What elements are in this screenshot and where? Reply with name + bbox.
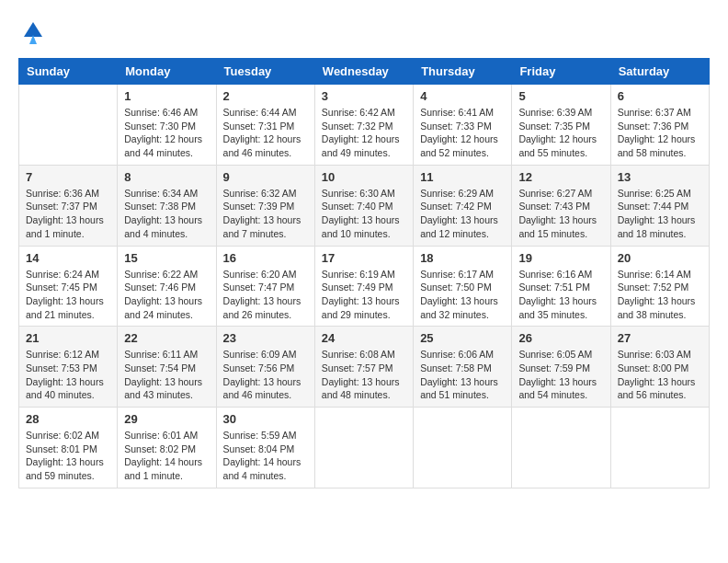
day-info: Sunrise: 6:32 AMSunset: 7:39 PMDaylight:…	[223, 187, 308, 241]
day-info: Sunrise: 6:20 AMSunset: 7:47 PMDaylight:…	[223, 268, 308, 322]
calendar-cell: 15Sunrise: 6:22 AMSunset: 7:46 PMDayligh…	[118, 246, 216, 327]
day-info: Sunrise: 6:34 AMSunset: 7:38 PMDaylight:…	[124, 187, 209, 241]
day-info: Sunrise: 6:05 AMSunset: 7:59 PMDaylight:…	[518, 348, 603, 402]
day-info: Sunrise: 6:42 AMSunset: 7:32 PMDaylight:…	[322, 106, 406, 160]
day-number: 19	[518, 251, 603, 265]
day-number: 13	[618, 170, 702, 184]
day-info: Sunrise: 6:46 AMSunset: 7:30 PMDaylight:…	[124, 106, 209, 160]
day-info: Sunrise: 5:59 AMSunset: 8:04 PMDaylight:…	[223, 429, 308, 483]
calendar-cell: 6Sunrise: 6:37 AMSunset: 7:36 PMDaylight…	[610, 85, 709, 166]
weekday-header-tuesday: Tuesday	[216, 59, 314, 85]
calendar-cell: 22Sunrise: 6:11 AMSunset: 7:54 PMDayligh…	[118, 327, 216, 408]
day-info: Sunrise: 6:11 AMSunset: 7:54 PMDaylight:…	[124, 348, 209, 402]
weekday-header-saturday: Saturday	[610, 59, 709, 85]
day-info: Sunrise: 6:29 AMSunset: 7:42 PMDaylight:…	[420, 187, 505, 241]
svg-marker-0	[24, 22, 42, 37]
calendar-cell: 9Sunrise: 6:32 AMSunset: 7:39 PMDaylight…	[216, 165, 314, 246]
day-info: Sunrise: 6:41 AMSunset: 7:33 PMDaylight:…	[420, 106, 505, 160]
day-number: 2	[223, 89, 308, 103]
day-info: Sunrise: 6:01 AMSunset: 8:02 PMDaylight:…	[124, 429, 209, 483]
calendar-cell: 26Sunrise: 6:05 AMSunset: 7:59 PMDayligh…	[512, 327, 610, 408]
day-info: Sunrise: 6:03 AMSunset: 8:00 PMDaylight:…	[618, 348, 702, 402]
calendar-cell: 4Sunrise: 6:41 AMSunset: 7:33 PMDaylight…	[414, 85, 512, 166]
day-number: 9	[223, 170, 308, 184]
day-number: 28	[26, 412, 110, 426]
calendar-cell: 14Sunrise: 6:24 AMSunset: 7:45 PMDayligh…	[19, 246, 118, 327]
day-info: Sunrise: 6:12 AMSunset: 7:53 PMDaylight:…	[26, 348, 110, 402]
calendar-cell: 19Sunrise: 6:16 AMSunset: 7:51 PMDayligh…	[512, 246, 610, 327]
calendar-cell: 13Sunrise: 6:25 AMSunset: 7:44 PMDayligh…	[610, 165, 709, 246]
day-number: 22	[124, 331, 209, 345]
calendar-cell: 11Sunrise: 6:29 AMSunset: 7:42 PMDayligh…	[414, 165, 512, 246]
calendar-cell: 27Sunrise: 6:03 AMSunset: 8:00 PMDayligh…	[610, 327, 709, 408]
calendar-cell: 28Sunrise: 6:02 AMSunset: 8:01 PMDayligh…	[19, 408, 118, 488]
day-info: Sunrise: 6:19 AMSunset: 7:49 PMDaylight:…	[322, 268, 406, 322]
day-number: 17	[322, 251, 406, 265]
day-number: 1	[124, 89, 209, 103]
day-number: 25	[420, 331, 505, 345]
weekday-header-thursday: Thursday	[414, 59, 512, 85]
calendar-week-row: 1Sunrise: 6:46 AMSunset: 7:30 PMDaylight…	[19, 85, 710, 166]
day-info: Sunrise: 6:36 AMSunset: 7:37 PMDaylight:…	[26, 187, 110, 241]
calendar-cell: 16Sunrise: 6:20 AMSunset: 7:47 PMDayligh…	[216, 246, 314, 327]
calendar-cell: 18Sunrise: 6:17 AMSunset: 7:50 PMDayligh…	[414, 246, 512, 327]
day-info: Sunrise: 6:24 AMSunset: 7:45 PMDaylight:…	[26, 268, 110, 322]
day-number: 7	[26, 170, 110, 184]
calendar-cell	[19, 85, 118, 166]
day-info: Sunrise: 6:39 AMSunset: 7:35 PMDaylight:…	[518, 106, 603, 160]
calendar-cell	[414, 408, 512, 488]
calendar-cell: 5Sunrise: 6:39 AMSunset: 7:35 PMDaylight…	[512, 85, 610, 166]
calendar-table: SundayMondayTuesdayWednesdayThursdayFrid…	[18, 58, 710, 488]
day-info: Sunrise: 6:02 AMSunset: 8:01 PMDaylight:…	[26, 429, 110, 483]
day-info: Sunrise: 6:08 AMSunset: 7:57 PMDaylight:…	[322, 348, 406, 402]
day-number: 27	[618, 331, 702, 345]
calendar-cell: 20Sunrise: 6:14 AMSunset: 7:52 PMDayligh…	[610, 246, 709, 327]
day-number: 30	[223, 412, 308, 426]
calendar-cell: 12Sunrise: 6:27 AMSunset: 7:43 PMDayligh…	[512, 165, 610, 246]
day-number: 20	[618, 251, 702, 265]
weekday-header-monday: Monday	[118, 59, 216, 85]
calendar-cell: 17Sunrise: 6:19 AMSunset: 7:49 PMDayligh…	[314, 246, 413, 327]
day-number: 29	[124, 412, 209, 426]
day-number: 4	[420, 89, 505, 103]
calendar-cell: 1Sunrise: 6:46 AMSunset: 7:30 PMDaylight…	[118, 85, 216, 166]
calendar-cell	[512, 408, 610, 488]
calendar-week-row: 7Sunrise: 6:36 AMSunset: 7:37 PMDaylight…	[19, 165, 710, 246]
calendar-cell	[314, 408, 413, 488]
day-info: Sunrise: 6:25 AMSunset: 7:44 PMDaylight:…	[618, 187, 702, 241]
day-info: Sunrise: 6:06 AMSunset: 7:58 PMDaylight:…	[420, 348, 505, 402]
calendar-cell: 7Sunrise: 6:36 AMSunset: 7:37 PMDaylight…	[19, 165, 118, 246]
weekday-header-row: SundayMondayTuesdayWednesdayThursdayFrid…	[19, 59, 710, 85]
calendar-week-row: 28Sunrise: 6:02 AMSunset: 8:01 PMDayligh…	[19, 408, 710, 488]
day-number: 10	[322, 170, 406, 184]
calendar-cell: 29Sunrise: 6:01 AMSunset: 8:02 PMDayligh…	[118, 408, 216, 488]
day-number: 15	[124, 251, 209, 265]
day-number: 3	[322, 89, 406, 103]
day-info: Sunrise: 6:27 AMSunset: 7:43 PMDaylight:…	[518, 187, 603, 241]
weekday-header-sunday: Sunday	[19, 59, 118, 85]
calendar-cell: 25Sunrise: 6:06 AMSunset: 7:58 PMDayligh…	[414, 327, 512, 408]
calendar-cell: 24Sunrise: 6:08 AMSunset: 7:57 PMDayligh…	[314, 327, 413, 408]
calendar-cell: 23Sunrise: 6:09 AMSunset: 7:56 PMDayligh…	[216, 327, 314, 408]
day-number: 12	[518, 170, 603, 184]
page-header	[18, 18, 710, 49]
day-number: 21	[26, 331, 110, 345]
day-info: Sunrise: 6:09 AMSunset: 7:56 PMDaylight:…	[223, 348, 308, 402]
day-number: 5	[518, 89, 603, 103]
logo	[18, 18, 46, 49]
day-info: Sunrise: 6:14 AMSunset: 7:52 PMDaylight:…	[618, 268, 702, 322]
calendar-cell: 21Sunrise: 6:12 AMSunset: 7:53 PMDayligh…	[19, 327, 118, 408]
day-number: 14	[26, 251, 110, 265]
day-number: 11	[420, 170, 505, 184]
day-number: 6	[618, 89, 702, 103]
day-info: Sunrise: 6:17 AMSunset: 7:50 PMDaylight:…	[420, 268, 505, 322]
day-info: Sunrise: 6:30 AMSunset: 7:40 PMDaylight:…	[322, 187, 406, 241]
calendar-cell: 2Sunrise: 6:44 AMSunset: 7:31 PMDaylight…	[216, 85, 314, 166]
calendar-cell: 3Sunrise: 6:42 AMSunset: 7:32 PMDaylight…	[314, 85, 413, 166]
day-number: 24	[322, 331, 406, 345]
day-number: 8	[124, 170, 209, 184]
calendar-cell: 30Sunrise: 5:59 AMSunset: 8:04 PMDayligh…	[216, 408, 314, 488]
calendar-week-row: 21Sunrise: 6:12 AMSunset: 7:53 PMDayligh…	[19, 327, 710, 408]
day-number: 26	[518, 331, 603, 345]
calendar-week-row: 14Sunrise: 6:24 AMSunset: 7:45 PMDayligh…	[19, 246, 710, 327]
